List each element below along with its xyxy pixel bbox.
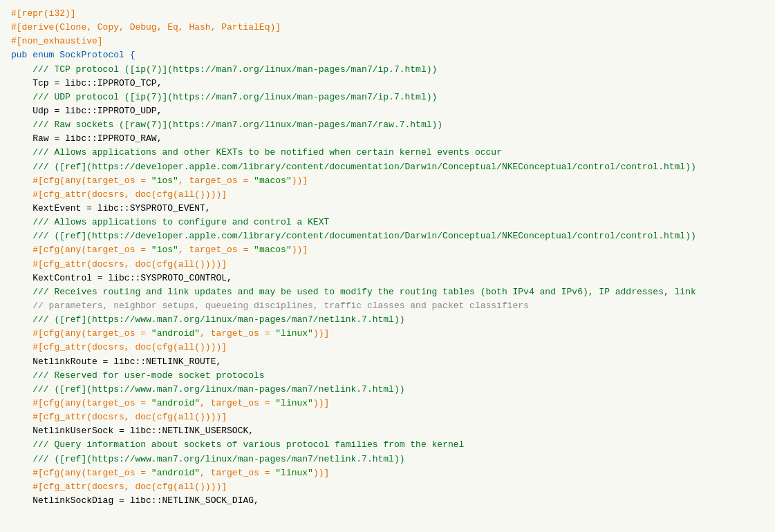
code-line: // parameters, neighbor setups, queueing… [11,299,764,313]
code-token: /// ([ref](https://developer.apple.com/l… [11,162,696,172]
code-token: , target_os = [200,398,275,408]
code-line: NetlinkRoute = libc::NETLINK_ROUTE, [11,355,764,369]
code-token: #[cfg(any(target_os = [11,175,151,186]
code-token: /// UDP protocol ([ip(7)](https://man7.o… [11,92,437,102]
code-token: libc::SYSPROTO_CONTROL, [108,273,232,283]
code-line: #[cfg(any(target_os = "android", target_… [11,327,764,341]
code-token: "ios" [151,245,178,255]
code-token: "android" [151,398,200,408]
code-token: "android" [151,468,200,478]
code-token: #[cfg_attr(docsrs, doc(cfg(all())))] [11,482,227,492]
code-token: /// Reserved for user-mode socket protoc… [11,370,265,381]
code-token: /// Allows applications and other KEXTs … [11,147,502,158]
code-token: Raw = [11,133,65,144]
code-token: #[cfg(any(target_os = [11,398,151,408]
code-token: #[repr(i32)] [11,8,76,19]
code-line: NetlinkUserSock = libc::NETLINK_USERSOCK… [11,424,764,438]
code-line: Udp = libc::IPPROTO_UDP, [11,104,764,118]
code-line: /// Allows applications to configure and… [11,216,764,229]
code-line: Tcp = libc::IPPROTO_TCP, [11,77,764,91]
code-token: SockProtocol { [59,50,135,60]
code-token: libc::NETLINK_USERSOCK, [130,426,254,436]
code-token: NetlinkUserSock = [11,426,130,436]
code-line: /// ([ref](https://www.man7.org/linux/ma… [11,383,764,397]
code-token: /// Query information about sockets of v… [11,439,464,450]
code-line: NetlinkSockDiag = libc::NETLINK_SOCK_DIA… [11,494,764,508]
code-token: pub [11,50,32,60]
code-token: "ios" [151,175,178,186]
code-token: #[cfg_attr(docsrs, doc(cfg(all())))] [11,342,227,352]
code-line: /// Query information about sockets of v… [11,438,764,452]
code-token: /// ([ref](https://www.man7.org/linux/ma… [11,454,405,464]
code-line: Raw = libc::IPPROTO_RAW, [11,132,764,146]
code-token: /// ([ref](https://developer.apple.com/l… [11,231,696,241]
code-token: "macos" [254,245,292,255]
code-token: KextEvent = [11,203,97,213]
code-token: ))] [313,398,329,408]
code-token: , target_os = [178,175,254,186]
code-line: #[cfg_attr(docsrs, doc(cfg(all())))] [11,341,764,354]
code-line: #[cfg(any(target_os = "android", target_… [11,466,764,480]
code-line: pub enum SockProtocol { [11,48,764,62]
code-token: , target_os = [178,245,254,255]
code-token: Udp = [11,106,65,116]
code-token: libc::IPPROTO_TCP, [65,78,162,88]
code-token: "android" [151,328,200,339]
code-line: #[repr(i32)] [11,7,764,21]
code-line: #[non_exhaustive] [11,35,764,48]
code-line: #[cfg_attr(docsrs, doc(cfg(all())))] [11,188,764,202]
code-token: NetlinkRoute = [11,357,113,367]
code-line: /// TCP protocol ([ip(7)](https://man7.o… [11,63,764,77]
code-token: #[non_exhaustive] [11,36,103,46]
code-line: /// ([ref](https://www.man7.org/linux/ma… [11,313,764,327]
code-token: "linux" [275,468,313,478]
code-token: ))] [292,175,308,186]
code-line: /// ([ref](https://www.man7.org/linux/ma… [11,453,764,466]
code-token: libc::IPPROTO_UDP, [65,106,162,116]
code-line: /// Raw sockets ([raw(7)](https://man7.o… [11,118,764,132]
code-token: libc::SYSPROTO_EVENT, [97,203,211,213]
code-line: /// UDP protocol ([ip(7)](https://man7.o… [11,91,764,104]
code-token: , target_os = [200,468,275,478]
code-token: "macos" [254,175,292,186]
code-line: #[cfg_attr(docsrs, doc(cfg(all())))] [11,258,764,272]
code-token: libc::NETLINK_ROUTE, [113,357,221,367]
code-token: #[cfg_attr(docsrs, doc(cfg(all())))] [11,259,227,269]
code-token: // parameters, neighbor setups, queueing… [11,301,529,311]
code-line: #[cfg_attr(docsrs, doc(cfg(all())))] [11,410,764,424]
code-token: NetlinkSockDiag = [11,495,130,506]
code-token: enum [32,50,59,60]
code-token: libc::NETLINK_SOCK_DIAG, [130,495,259,506]
code-token: "linux" [275,328,313,339]
code-line: KextEvent = libc::SYSPROTO_EVENT, [11,202,764,216]
code-token: /// Raw sockets ([raw(7)](https://man7.o… [11,120,442,130]
code-line: /// Receives routing and link updates an… [11,285,764,299]
code-token: #[cfg(any(target_os = [11,468,151,478]
code-token: Tcp = [11,78,65,88]
code-token: #[cfg(any(target_os = [11,245,151,255]
code-line: KextControl = libc::SYSPROTO_CONTROL, [11,272,764,285]
code-container: #[repr(i32)]#[derive(Clone, Copy, Debug,… [0,0,775,532]
code-token: ))] [313,468,329,478]
code-token: /// Receives routing and link updates an… [11,287,696,297]
code-token: #[cfg_attr(docsrs, doc(cfg(all())))] [11,412,227,422]
code-line: #[derive(Clone, Copy, Debug, Eq, Hash, P… [11,21,764,35]
code-line: #[cfg(any(target_os = "ios", target_os =… [11,174,764,188]
code-line: /// Allows applications and other KEXTs … [11,146,764,160]
code-line: #[cfg(any(target_os = "android", target_… [11,397,764,410]
code-token: #[cfg_attr(docsrs, doc(cfg(all())))] [11,189,227,200]
code-token: /// Allows applications to configure and… [11,217,329,227]
code-line: #[cfg(any(target_os = "ios", target_os =… [11,243,764,257]
code-token: ))] [313,328,329,339]
code-line: /// Reserved for user-mode socket protoc… [11,369,764,383]
code-token: #[cfg(any(target_os = [11,328,151,339]
code-line: /// ([ref](https://developer.apple.com/l… [11,160,764,174]
code-line: /// ([ref](https://developer.apple.com/l… [11,229,764,243]
code-token: "linux" [275,398,313,408]
code-token: , target_os = [200,328,275,339]
code-token: KextControl = [11,273,108,283]
code-token: /// ([ref](https://www.man7.org/linux/ma… [11,384,405,395]
code-token: ))] [292,245,308,255]
code-line: #[cfg_attr(docsrs, doc(cfg(all())))] [11,480,764,494]
code-token: /// ([ref](https://www.man7.org/linux/ma… [11,314,405,325]
